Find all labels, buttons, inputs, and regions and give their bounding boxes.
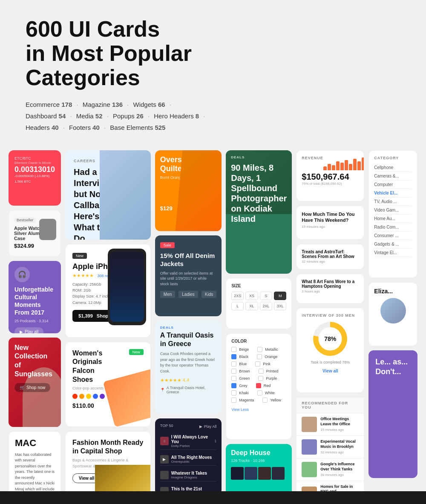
size-xs[interactable]: XS (245, 292, 258, 300)
size-m[interactable]: M (274, 292, 286, 300)
size-picker-card: SIZE 2XS XS S M L XL 2XL 3XL (226, 278, 292, 329)
color-check-black[interactable] (231, 354, 236, 359)
size-s[interactable]: S (260, 292, 272, 300)
fans-time: 3 hours ago (302, 289, 359, 293)
color-check-purple[interactable] (258, 376, 263, 381)
column-6: CATEGORY Cellphone Cameras &... Computer… (368, 150, 417, 504)
rec-item-2: Experimental Vocal Music in Brooklyn 32 … (296, 436, 364, 458)
color-check-metallic[interactable] (257, 347, 262, 352)
color-check-red[interactable] (256, 383, 261, 388)
sunglasses-shop-button[interactable]: 🛒 Shop now (14, 383, 50, 392)
interview-card: INTERVIEW OF 300 MEN 78% Task is complet… (296, 308, 364, 393)
denim-link-ladies[interactable]: Ladies (178, 291, 198, 298)
shoes-badge: New (129, 349, 144, 355)
oasis-title: A Tranquil Oasis in Greece (160, 331, 216, 349)
headphone-icon: 🎧 (14, 267, 30, 282)
cat-vehicle[interactable]: Vehicle El... (374, 189, 412, 198)
eliza-card: Eliza... (368, 282, 417, 346)
cat-home[interactable]: Home Au... (374, 215, 412, 223)
recommended-card: RECOMMENDED FOR YOU Office Meetings Leav… (296, 397, 364, 504)
color-check-yellow[interactable] (262, 398, 268, 403)
watch-badge: Bestseller (14, 217, 36, 223)
mac-logo: MAC (15, 438, 55, 449)
size-3xl[interactable]: 3XL (274, 302, 286, 310)
location-icon: 📍 (160, 388, 165, 392)
color-check-grey[interactable] (231, 383, 236, 388)
cat-vintage[interactable]: Vintage El... (374, 249, 412, 257)
color-check-orange[interactable] (257, 354, 262, 359)
revenue-amount: $150,967.64 (302, 172, 359, 182)
play-all-icon: ▶ (199, 424, 202, 429)
color-check-magenta[interactable] (231, 398, 236, 403)
cat-gadgets[interactable]: Gadgets & ... (374, 240, 412, 249)
crypto-value: 0.00313010 (14, 165, 55, 174)
fashion-title: Fashion Month Ready in Capital Shop (72, 438, 144, 456)
crypto-btc: 1,566 BTC (14, 180, 55, 183)
denim-link-men[interactable]: Men (160, 291, 175, 298)
cat-tv[interactable]: TV, Audio ... (374, 198, 412, 206)
deals-title: 90 Miles, 8 Days, 1 Spellbound Photograp… (231, 163, 287, 224)
revenue-sub: 76% of total ($198,050.62) (302, 182, 359, 186)
color-label: COLOR (231, 339, 286, 344)
shoes-card: New Women's Originals Falcon Shoes Color… (65, 342, 151, 427)
color-check-beige[interactable] (231, 347, 236, 352)
category-card: CATEGORY Cellphone Cameras &... Computer… (368, 150, 417, 278)
track-2: ▶ All The Right Moves Onerepublic (160, 453, 216, 466)
art-thumb-1 (231, 467, 244, 480)
track-2-icon: ▶ (160, 455, 169, 464)
deals-photographer-card: DEALS 90 Miles, 8 Days, 1 Spellbound Pho… (226, 150, 292, 274)
rec-item-3: Google's Influence Over Think Tanks 38 m… (296, 458, 364, 481)
crypto-subtitle: Ethereum Classic to Bitcoin (14, 161, 55, 164)
rec-thumb-1 (302, 417, 317, 432)
deep-house-title: Deep House (231, 449, 287, 457)
crypto-card: ETC/BTC Ethereum Classic to Bitcoin 0.00… (9, 150, 61, 206)
color-check-white[interactable] (257, 390, 262, 395)
watch-card: Bestseller Apple Watch + Silver Aluminum… (9, 210, 61, 257)
play-all-button[interactable]: ▶ Play All (199, 424, 217, 429)
cat-cameras[interactable]: Cameras &... (374, 172, 412, 180)
column-4: DEALS 90 Miles, 8 Days, 1 Spellbound Pho… (226, 150, 292, 504)
oasis-rating: ★★★★★ 4.4 (160, 378, 216, 383)
denim-link-kids[interactable]: Kids (201, 291, 216, 298)
cat-consumer[interactable]: Consumer ... (374, 232, 412, 240)
cat-radio[interactable]: Radio Com... (374, 223, 412, 232)
denim-desc: Offer valid on selected items at site un… (160, 271, 216, 287)
size-2xs[interactable]: 2XS (231, 292, 244, 300)
iphone-stars: ★★★★★ (72, 273, 94, 278)
column-2: CAREERS Had a Job Interview but No Callb… (65, 150, 151, 504)
size-l[interactable]: L (231, 302, 244, 310)
interview-label: INTERVIEW OF 300 MEN (302, 313, 359, 318)
color-check-khaki[interactable] (231, 390, 236, 395)
interview-view-all[interactable]: View all (302, 369, 359, 373)
view-less-button[interactable]: View Less (231, 407, 286, 412)
watch-image (39, 219, 56, 240)
cat-cellphone[interactable]: Cellphone (374, 163, 412, 172)
size-2xl[interactable]: 2XL (260, 302, 272, 310)
oasis-deals-tag: DEALS (160, 326, 216, 329)
question-time: 15 minutes ago (302, 225, 359, 229)
rec-thumb-3 (302, 462, 317, 477)
art-thumb-2 (245, 467, 257, 480)
color-check-green[interactable] (231, 376, 236, 381)
denim-sale-badge: Sale (160, 242, 175, 248)
podcast-card: 🎧 Unforgettable Cultural Moments From 20… (9, 261, 61, 333)
iphone-image (108, 249, 146, 325)
cat-computer[interactable]: Computer (374, 180, 412, 189)
column-5: REVENUE $150,967.64 76% (296, 150, 364, 504)
denim-card: Sale 15% Off All Denim Jackets Offer val… (155, 235, 222, 316)
color-check-printed[interactable] (259, 369, 264, 374)
question-title: How Much Time Do You Have This Weekend? (302, 211, 359, 223)
eliza-name: Eliza... (374, 288, 412, 295)
color-check-pink[interactable] (255, 361, 260, 367)
track-3: Whatever It Takes Imagine Dragons (160, 469, 216, 481)
color-dot-red[interactable] (72, 394, 78, 399)
size-xl[interactable]: XL (245, 302, 258, 310)
cat-video[interactable]: Video Gam... (374, 206, 412, 215)
play-button[interactable]: ▶ Play all (14, 327, 43, 333)
color-check-blue[interactable] (231, 361, 236, 367)
color-check-brown[interactable] (231, 369, 236, 374)
interview-task: Task is completed 78% (302, 360, 359, 364)
color-options: Beige Metallic Black (231, 347, 286, 405)
watch-price: $324.99 (14, 243, 55, 249)
rec-item-1: Office Meetings Leave the Office 15 minu… (296, 413, 364, 436)
